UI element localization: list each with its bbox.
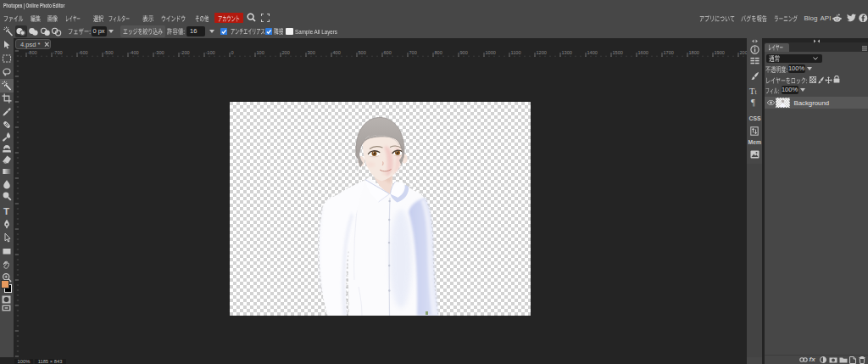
svg-text:-700: -700 xyxy=(53,50,63,55)
svg-text:-400: -400 xyxy=(130,50,139,55)
svg-text:0: 0 xyxy=(231,50,234,55)
svg-text:1300: 1300 xyxy=(562,50,572,55)
svg-text:-300: -300 xyxy=(155,50,164,55)
svg-text:800: 800 xyxy=(435,50,442,55)
svg-text:1800: 1800 xyxy=(689,50,699,55)
svg-text:700: 700 xyxy=(409,50,417,55)
svg-text:400: 400 xyxy=(333,50,341,55)
svg-text:1100: 1100 xyxy=(511,50,521,55)
svg-text:1600: 1600 xyxy=(638,50,648,55)
svg-text:1400: 1400 xyxy=(587,50,598,55)
svg-text:-100: -100 xyxy=(206,50,215,55)
svg-text:500: 500 xyxy=(359,50,366,55)
svg-text:-800: -800 xyxy=(28,50,37,55)
svg-text:-200: -200 xyxy=(181,50,190,55)
svg-text:1000: 1000 xyxy=(486,50,496,55)
svg-text:1900: 1900 xyxy=(715,50,725,55)
svg-text:1200: 1200 xyxy=(537,50,547,55)
svg-text:-500: -500 xyxy=(104,50,114,55)
svg-text:2000: 2000 xyxy=(740,50,748,55)
svg-text:200: 200 xyxy=(282,50,290,55)
svg-text:1500: 1500 xyxy=(613,50,623,55)
svg-text:T: T xyxy=(3,206,9,216)
svg-text:900: 900 xyxy=(460,50,468,55)
svg-text:-600: -600 xyxy=(79,50,88,55)
svg-text:600: 600 xyxy=(384,50,392,55)
svg-text:1700: 1700 xyxy=(664,50,674,55)
svg-text:300: 300 xyxy=(308,50,315,55)
svg-text:100: 100 xyxy=(257,50,264,55)
